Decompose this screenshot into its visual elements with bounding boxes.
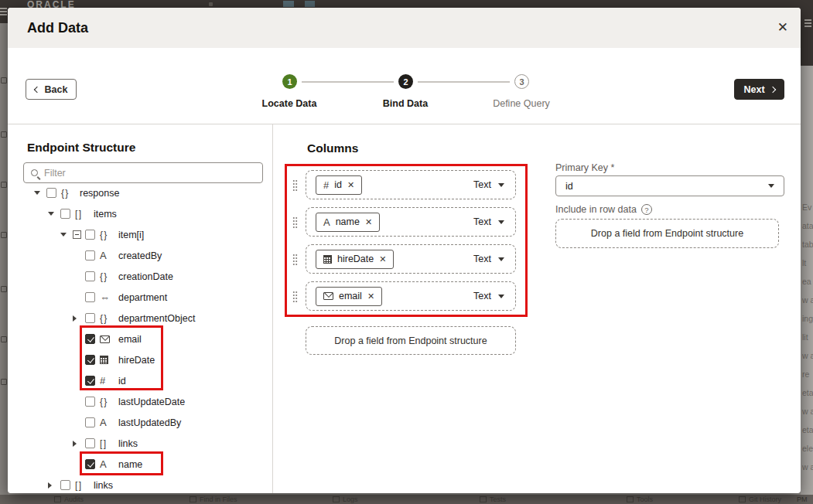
- step-number[interactable]: 3: [514, 74, 529, 89]
- tree-item-label: links: [118, 438, 138, 449]
- columns-drop-zone[interactable]: Drop a field from Endpoint structure: [306, 326, 516, 355]
- endpoint-structure-title: Endpoint Structure: [27, 141, 135, 155]
- checkbox[interactable]: [85, 250, 95, 261]
- column-type-select[interactable]: Text: [473, 254, 504, 264]
- add-data-dialog: Add Data ✕ Back Next 1 Locate Data 2 Bin…: [8, 8, 801, 493]
- tree-item[interactable]: response: [8, 182, 272, 203]
- filter-input[interactable]: [44, 168, 245, 179]
- field-chip[interactable]: id ✕: [316, 175, 362, 195]
- checkbox[interactable]: [85, 334, 95, 344]
- tree-item[interactable]: hireDate: [8, 349, 272, 370]
- number-icon: [100, 375, 114, 387]
- checkbox[interactable]: [85, 438, 95, 448]
- search-icon: [31, 169, 38, 176]
- next-button-label: Next: [743, 84, 764, 95]
- checkbox[interactable]: [85, 459, 95, 469]
- remove-icon[interactable]: ✕: [367, 291, 374, 301]
- column-type-select[interactable]: Text: [473, 291, 504, 301]
- column-field-box: email ✕ Text: [306, 281, 516, 311]
- step-number[interactable]: 2: [398, 74, 413, 89]
- help-icon[interactable]: ?: [641, 204, 652, 215]
- tree-item-label: lastUpdateDate: [118, 397, 185, 407]
- mail-icon: [100, 335, 114, 343]
- column-type-select[interactable]: Text: [473, 216, 504, 227]
- tree-item[interactable]: creationDate: [8, 266, 272, 287]
- expand-arrow-icon[interactable]: [48, 482, 60, 489]
- tree-item[interactable]: name: [8, 454, 272, 475]
- expand-arrow-icon[interactable]: [73, 441, 85, 447]
- tree-item[interactable]: lastUpdateDate: [8, 391, 272, 412]
- braces-icon: [100, 313, 114, 324]
- close-icon[interactable]: ✕: [777, 19, 788, 37]
- columns-title: Columns: [307, 141, 358, 155]
- remove-icon[interactable]: ✕: [365, 217, 372, 227]
- column-field-box: id ✕ Text: [306, 170, 516, 199]
- column-row: name ✕ Text: [291, 207, 523, 237]
- column-type-select[interactable]: Text: [473, 179, 504, 190]
- primary-key-label: Primary Key *: [555, 162, 614, 173]
- tree-item[interactable]: lastUpdatedBy: [8, 412, 272, 433]
- expand-arrow-icon[interactable]: [60, 233, 73, 237]
- primary-key-select[interactable]: id: [555, 175, 784, 196]
- drag-handle-icon[interactable]: [292, 216, 298, 228]
- expand-arrow-icon[interactable]: [34, 191, 46, 195]
- checkbox[interactable]: [85, 397, 95, 407]
- column-row: id ✕ Text: [291, 170, 523, 199]
- checkbox[interactable]: [85, 417, 95, 427]
- tree-item-label: createdBy: [118, 250, 162, 261]
- next-button[interactable]: Next: [734, 79, 784, 100]
- tree-item-label: links: [94, 480, 113, 491]
- calendar-icon: [100, 356, 114, 364]
- tree-item[interactable]: email: [8, 329, 272, 349]
- tree-item[interactable]: department: [8, 287, 272, 308]
- drag-handle-icon[interactable]: [292, 291, 298, 302]
- back-button[interactable]: Back: [26, 79, 77, 100]
- mail-icon: [323, 292, 333, 300]
- field-chip[interactable]: email ✕: [316, 287, 382, 306]
- checkbox[interactable]: [85, 230, 95, 240]
- endpoint-tree: response items item[i] createdBy creatio…: [8, 182, 272, 493]
- tree-item[interactable]: links: [8, 475, 272, 493]
- step-label: Define Query: [467, 98, 576, 109]
- field-chip[interactable]: name ✕: [316, 213, 380, 232]
- checkbox[interactable]: [85, 376, 95, 386]
- divider: [272, 124, 273, 493]
- column-row: hireDate ✕ Text: [291, 244, 523, 274]
- drag-handle-icon[interactable]: [292, 179, 298, 191]
- checkbox[interactable]: [85, 292, 95, 302]
- row-data-drop-zone[interactable]: Drop a field from Endpoint structure: [555, 219, 779, 248]
- checkbox[interactable]: [85, 271, 95, 281]
- checkbox[interactable]: [60, 480, 70, 490]
- expand-arrow-icon[interactable]: [48, 212, 60, 216]
- tree-item[interactable]: links: [8, 433, 272, 454]
- chevron-right-icon: [769, 86, 775, 92]
- tree-item[interactable]: items: [8, 203, 272, 224]
- tree-item-label: response: [80, 188, 119, 199]
- field-chip-label: email: [339, 291, 362, 301]
- tree-item[interactable]: departmentObject: [8, 308, 272, 329]
- column-rows: id ✕ Text name ✕ Text: [291, 170, 523, 318]
- drag-handle-icon[interactable]: [292, 254, 298, 265]
- include-label: Include in row data: [555, 204, 637, 215]
- filter-field[interactable]: [23, 162, 263, 183]
- remove-icon[interactable]: ✕: [379, 254, 386, 264]
- dialog-header: Add Data ✕: [8, 8, 801, 48]
- column-field-box: hireDate ✕ Text: [306, 244, 516, 274]
- remove-icon[interactable]: ✕: [347, 180, 354, 190]
- tree-item[interactable]: id: [8, 370, 272, 391]
- tree-item[interactable]: item[i]: [8, 224, 272, 245]
- tree-item-label: name: [118, 459, 142, 470]
- checkbox[interactable]: [85, 355, 95, 365]
- tree-item-label: hireDate: [118, 355, 155, 366]
- calendar-icon: [323, 255, 332, 264]
- tree-item[interactable]: createdBy: [8, 245, 272, 266]
- checkbox[interactable]: [60, 209, 70, 219]
- tree-item-label: items: [94, 209, 117, 220]
- checkbox[interactable]: [46, 188, 56, 198]
- expand-arrow-icon[interactable]: [73, 315, 85, 322]
- column-type-value: Text: [473, 291, 491, 301]
- field-chip[interactable]: hireDate ✕: [316, 250, 394, 269]
- step-number[interactable]: 1: [282, 74, 297, 89]
- checkbox[interactable]: [85, 313, 95, 323]
- collapse-box-icon[interactable]: [73, 230, 81, 239]
